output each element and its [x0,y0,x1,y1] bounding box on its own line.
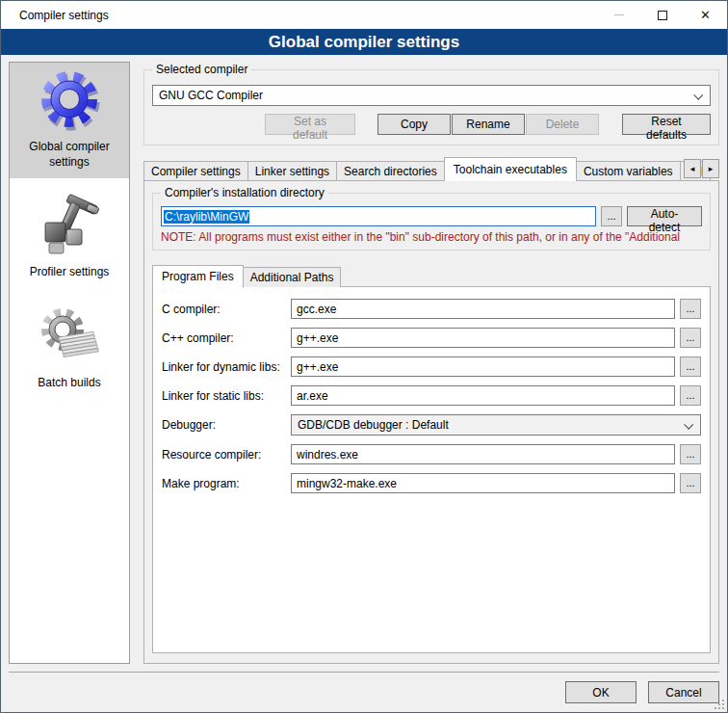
browse-linker-dynamic-button[interactable]: ... [680,356,701,377]
sidebar-item-label: Global compiler settings [13,140,125,170]
auto-detect-button[interactable]: Auto-detect [627,206,702,226]
sidebar-item-label: Profiler settings [30,265,110,280]
group-label: Compiler's installation directory [161,186,328,199]
compiler-buttons: Set as default Copy Rename Delete Reset … [152,114,711,135]
copy-button[interactable]: Copy [377,114,451,135]
linker-static-input[interactable] [291,385,675,406]
close-icon: ✕ [700,9,711,21]
tab-program-files[interactable]: Program Files [152,265,244,288]
field-row-cpp-compiler: C++ compiler: ... [162,328,701,348]
set-as-default-button[interactable]: Set as default [265,114,355,135]
reset-defaults-button[interactable]: Reset defaults [622,114,711,135]
c-compiler-input[interactable] [291,299,675,319]
maximize-icon [658,11,667,20]
field-row-make-program: Make program: ... [162,473,701,493]
window-controls: ✕ [597,1,727,29]
program-files-tabstrip: Program Files Additional Paths [152,264,711,287]
minimize-button[interactable] [597,1,640,29]
tab-linker-settings[interactable]: Linker settings [247,161,337,181]
title-bar: Compiler settings ✕ [1,1,727,29]
field-label: C++ compiler: [162,331,291,345]
caliper-tool-icon [37,193,102,262]
note-text: NOTE: All programs must exist either in … [161,230,702,244]
tab-toolchain-executables[interactable]: Toolchain executables [444,157,577,181]
field-label: Debugger: [162,418,291,432]
installation-directory-row: C:\raylib\MinGW ... Auto-detect [161,206,702,226]
compiler-select[interactable]: GNU GCC Compiler [152,85,711,106]
tab-compiler-settings[interactable]: Compiler settings [143,161,248,181]
debugger-select[interactable]: GDB/CDB debugger : Default [291,414,701,436]
cpp-compiler-input[interactable] [291,328,675,348]
maximize-button[interactable] [640,1,684,29]
chevron-down-icon [693,91,703,100]
main-panel: Selected compiler GNU GCC Compiler Set a… [143,62,719,664]
make-program-input[interactable] [291,473,675,493]
tab-search-directories[interactable]: Search directories [336,161,445,181]
gear-blue-icon [37,67,102,137]
arrow-right-icon: ▸ [709,164,714,173]
field-row-c-compiler: C compiler: ... [162,299,701,319]
window-title: Compiler settings [19,9,109,22]
browse-resource-compiler-button[interactable]: ... [680,444,701,464]
debugger-select-value: GDB/CDB debugger : Default [298,418,449,432]
tab-scroll-left-button[interactable]: ◂ [684,159,701,178]
toolchain-executables-page: Compiler's installation directory C:\ray… [143,180,719,664]
tab-scroll-buttons: ◂ ▸ [684,159,719,178]
compiler-select-value: GNU GCC Compiler [159,89,263,102]
tab-additional-paths[interactable]: Additional Paths [243,267,342,287]
delete-button[interactable]: Delete [526,114,599,135]
browse-directory-button[interactable]: ... [601,206,622,226]
browse-c-compiler-button[interactable]: ... [680,299,701,319]
field-label: C compiler: [162,303,291,316]
field-row-linker-static: Linker for static libs: ... [162,385,701,406]
selected-text: C:\raylib\MinGW [164,210,249,224]
category-list: Global compiler settings [9,62,130,664]
rename-button[interactable]: Rename [452,114,525,135]
close-button[interactable]: ✕ [684,1,727,29]
minimize-icon [614,14,624,15]
ok-button[interactable]: OK [565,681,637,703]
arrow-left-icon: ◂ [690,164,695,173]
browse-linker-static-button[interactable]: ... [680,385,701,406]
browse-cpp-compiler-button[interactable]: ... [680,328,701,348]
settings-tabstrip: Compiler settings Linker settings Search… [143,157,719,181]
field-label: Linker for static libs: [162,389,291,403]
installation-directory-input[interactable]: C:\raylib\MinGW [161,206,596,226]
program-files-page: C compiler: ... C++ compiler: ... Linker… [152,286,711,653]
chevron-down-icon [684,420,693,430]
dialog-body: Global compiler settings [1,55,727,672]
sidebar-item-global-compiler-settings[interactable]: Global compiler settings [10,63,129,178]
gear-stack-icon [37,304,102,373]
sidebar-item-profiler-settings[interactable]: Profiler settings [10,188,129,289]
field-row-resource-compiler: Resource compiler: ... [162,444,701,464]
sidebar-item-label: Batch builds [38,376,100,391]
field-label: Make program: [162,477,291,490]
field-label: Resource compiler: [162,448,291,462]
tab-scroll-right-button[interactable]: ▸ [702,159,719,178]
compiler-settings-dialog: Compiler settings ✕ Global compiler sett… [0,0,728,713]
linker-dynamic-input[interactable] [291,356,675,377]
group-label: Selected compiler [152,63,251,76]
resource-compiler-input[interactable] [291,444,675,464]
field-row-linker-dynamic: Linker for dynamic libs: ... [162,356,701,377]
sidebar-item-batch-builds[interactable]: Batch builds [10,299,129,400]
selected-compiler-group: Selected compiler GNU GCC Compiler Set a… [143,69,719,145]
cancel-button[interactable]: Cancel [648,681,719,703]
field-row-debugger: Debugger: GDB/CDB debugger : Default [162,414,701,436]
installation-directory-group: Compiler's installation directory C:\ray… [152,193,711,251]
tab-custom-variables[interactable]: Custom variables [576,161,681,181]
resize-grip[interactable] [715,700,724,709]
browse-make-program-button[interactable]: ... [680,473,701,493]
dialog-footer: OK Cancel [9,672,719,712]
field-label: Linker for dynamic libs: [162,360,291,374]
dialog-header-title: Global compiler settings [269,33,459,52]
dialog-header: Global compiler settings [1,29,727,55]
